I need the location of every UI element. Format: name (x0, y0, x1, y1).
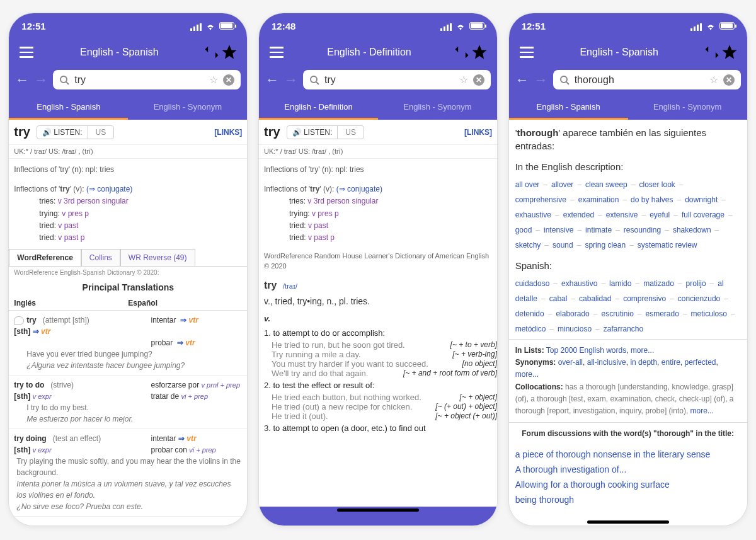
related-link[interactable]: detenido (515, 309, 544, 318)
favorite-star-icon[interactable] (220, 43, 238, 61)
swap-icon[interactable] (703, 43, 721, 61)
related-link[interactable]: escrutinio (601, 309, 633, 318)
nav-back-icon[interactable]: ← (15, 72, 29, 88)
related-link[interactable]: downright (685, 195, 718, 204)
tab-english-synonym[interactable]: English - Synonym (378, 96, 497, 120)
related-link[interactable]: minucioso (558, 325, 592, 333)
nav-forward-icon[interactable]: → (34, 72, 48, 88)
forum-link[interactable]: being thorough (515, 492, 741, 507)
menu-icon[interactable] (18, 43, 35, 61)
menu-icon[interactable] (518, 43, 536, 61)
favorite-star-icon[interactable] (471, 43, 488, 61)
signal-icon (190, 22, 202, 30)
nav-forward-icon[interactable]: → (534, 72, 548, 88)
nav-back-icon[interactable]: ← (515, 72, 529, 88)
related-link[interactable]: meticuloso (691, 309, 727, 318)
search-box[interactable]: ☆ ✕ (303, 70, 491, 89)
related-link[interactable]: lamido (609, 279, 631, 288)
tab-english-definition[interactable]: English - Definition (259, 96, 378, 120)
related-intro: 'thorough' aparece también en las siguie… (509, 120, 747, 156)
search-input[interactable] (324, 74, 454, 86)
related-link[interactable]: sound (553, 241, 573, 250)
forum-link[interactable]: a piece of thorough nonsense in the lite… (515, 447, 741, 462)
links-button[interactable]: [LINKS] (214, 128, 242, 137)
tab-english-spanish[interactable]: English - Spanish (509, 96, 628, 120)
listen-button[interactable]: 🔊 LISTEN: US (37, 125, 114, 139)
related-link[interactable]: systematic review (638, 241, 697, 250)
related-link[interactable]: cuidadoso (515, 279, 550, 288)
related-link[interactable]: sketchy (515, 241, 541, 250)
clear-icon[interactable]: ✕ (723, 74, 735, 86)
related-link[interactable]: shakedown (673, 226, 711, 234)
search-box[interactable]: ☆ ✕ (53, 70, 241, 89)
inline-link[interactable]: in depth (630, 358, 657, 367)
related-link[interactable]: all over (515, 180, 540, 189)
source-tab-wordreference[interactable]: WordReference (9, 249, 81, 266)
favorite-star-icon[interactable] (721, 43, 738, 61)
related-link[interactable]: exhaustivo (561, 279, 597, 288)
more-link[interactable]: more... (690, 406, 714, 415)
nav-forward-icon[interactable]: → (284, 72, 298, 88)
search-input[interactable] (74, 74, 204, 86)
related-link[interactable]: do by halves (631, 195, 673, 204)
search-input[interactable] (575, 74, 704, 86)
related-link[interactable]: concienzudo (678, 294, 720, 303)
related-link[interactable]: closer look (639, 180, 675, 189)
clear-icon[interactable]: ✕ (223, 74, 234, 86)
clear-icon[interactable]: ✕ (473, 74, 484, 86)
inline-link[interactable]: Top 2000 English words (546, 346, 626, 355)
inline-link[interactable]: more... (631, 346, 654, 355)
tab-english-synonym[interactable]: English - Synonym (628, 96, 747, 120)
related-link[interactable]: intensive (544, 226, 573, 234)
inline-link[interactable]: all-inclusive (587, 358, 626, 367)
inline-link[interactable]: perfected (684, 358, 716, 367)
related-link[interactable]: cabal (549, 294, 568, 303)
input-star-icon[interactable]: ☆ (209, 74, 218, 86)
inline-link[interactable]: over-all (558, 358, 583, 367)
menu-icon[interactable] (268, 43, 285, 61)
related-link[interactable]: clean sweep (585, 180, 627, 189)
related-link[interactable]: spring clean (585, 241, 626, 250)
wifi-icon (205, 22, 215, 30)
related-link[interactable]: elaborado (556, 309, 589, 318)
nav-back-icon[interactable]: ← (265, 72, 279, 88)
tab-english-spanish[interactable]: English - Spanish (9, 96, 128, 120)
example: Try running a mile a day.[~ + verb-ing] (259, 350, 497, 359)
status-bar: 12:51 (509, 13, 747, 38)
related-link[interactable]: esmerado (646, 309, 679, 318)
related-link[interactable]: allover (551, 180, 573, 189)
swap-icon[interactable] (203, 43, 220, 61)
related-link[interactable]: metódico (515, 325, 546, 333)
related-link[interactable]: eyeful (650, 210, 670, 219)
inline-link[interactable]: entire (662, 358, 680, 367)
pos-label: v. (259, 311, 497, 326)
related-link[interactable]: matizado (643, 279, 674, 288)
inline-link[interactable]: more... (515, 370, 539, 379)
search-box[interactable]: ☆ ✕ (553, 70, 741, 89)
forum-link[interactable]: A thorough investigation of... (515, 462, 741, 477)
related-link[interactable]: zafarrancho (604, 325, 643, 333)
related-link[interactable]: prolijo (686, 279, 706, 288)
related-link[interactable]: extensive (606, 210, 638, 219)
related-link[interactable]: intimate (585, 226, 612, 234)
source-tab-wrreverse[interactable]: WR Reverse (49) (120, 249, 195, 266)
links-button[interactable]: [LINKS] (464, 128, 492, 137)
speech-icon[interactable] (14, 316, 24, 325)
related-link[interactable]: extended (563, 210, 594, 219)
related-link[interactable]: resounding (624, 226, 661, 234)
input-star-icon[interactable]: ☆ (459, 74, 468, 86)
input-star-icon[interactable]: ☆ (709, 74, 718, 86)
swap-icon[interactable] (453, 43, 471, 61)
related-link[interactable]: cabalidad (579, 294, 611, 303)
related-link[interactable]: examination (578, 195, 619, 204)
related-link[interactable]: comprehensive (515, 195, 566, 204)
listen-button[interactable]: 🔊 LISTEN: US (287, 125, 364, 139)
tab-english-synonym[interactable]: English - Synonym (128, 96, 247, 120)
related-link[interactable]: comprensivo (623, 294, 666, 303)
related-link[interactable]: exhaustive (515, 210, 551, 219)
source-tab-collins[interactable]: Collins (81, 249, 120, 266)
related-link[interactable]: good (515, 226, 532, 234)
spanish-heading: Spanish: (509, 255, 747, 273)
related-link[interactable]: full coverage (682, 210, 724, 219)
forum-link[interactable]: Allowing for a thorough cooking surface (515, 477, 741, 492)
